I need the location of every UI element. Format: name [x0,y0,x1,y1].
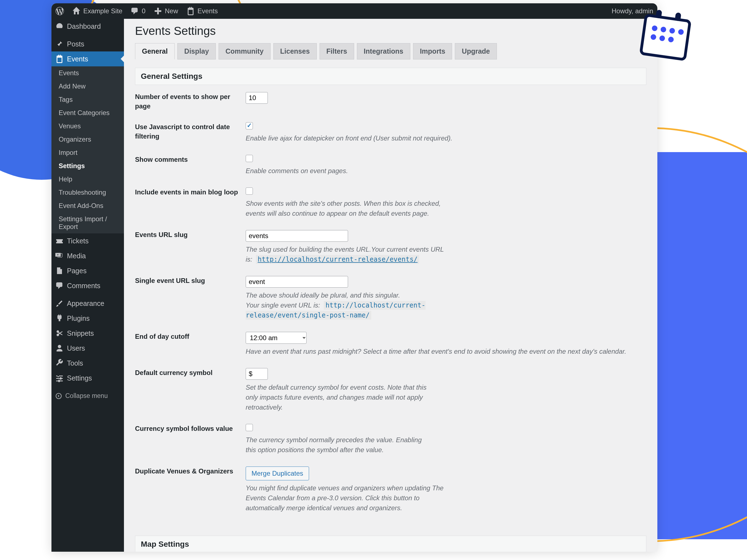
user-icon [55,344,63,352]
wordpress-app: Example Site 0 New Events Howdy, admin D… [51,3,658,552]
sidebar-item-tools[interactable]: Tools [51,356,124,371]
admin-bar: Example Site 0 New Events Howdy, admin [51,3,658,19]
tab-integrations[interactable]: Integrations [357,43,410,59]
submenu-addons[interactable]: Event Add-Ons [51,199,124,212]
sidebar-item-users[interactable]: Users [51,341,124,356]
sidebar-item-pages[interactable]: Pages [51,263,124,278]
desc-currency: Set the default currency symbol for even… [246,382,434,412]
scissors-icon [55,329,63,337]
sidebar-item-dashboard[interactable]: Dashboard [51,19,124,34]
label-blog-loop: Include events in main blog loop [135,187,246,218]
desc-events-slug: The slug used for building the events UR… [246,244,453,264]
desc-js-date: Enable live ajax for datepicker on front… [246,133,453,143]
sidebar-item-comments[interactable]: Comments [51,278,124,293]
submenu-categories[interactable]: Event Categories [51,106,124,119]
submenu-events[interactable]: Events [51,66,124,80]
submenu-import-export[interactable]: Settings Import / Export [51,212,124,233]
desc-comments: Enable comments on event pages. [246,166,453,176]
sliders-icon [55,374,63,382]
collapse-icon [55,393,62,399]
submenu-tags[interactable]: Tags [51,93,124,106]
section-general: General Settings [135,68,646,85]
label-end-of-day: End of day cutoff [135,332,246,356]
label-comments: Show comments [135,155,246,176]
label-duplicates: Duplicate Venues & Organizers [135,466,246,513]
label-events-slug: Events URL slug [135,230,246,264]
submenu-help[interactable]: Help [51,172,124,186]
events-submenu: Events Add New Tags Event Categories Ven… [51,66,124,233]
wp-logo[interactable] [51,3,68,19]
label-per-page: Number of events to show per page [135,92,246,111]
submenu-organizers[interactable]: Organizers [51,133,124,146]
plugin-icon [55,314,63,322]
events-link[interactable]: Events [182,3,222,19]
submenu-settings[interactable]: Settings [51,159,124,172]
tab-imports[interactable]: Imports [413,43,452,59]
tab-filters[interactable]: Filters [319,43,354,59]
page-icon [55,267,63,275]
tab-community[interactable]: Community [218,43,271,59]
calendar-icon [186,7,195,15]
submenu-troubleshooting[interactable]: Troubleshooting [51,186,124,199]
brush-icon [55,299,63,308]
sidebar-item-settings[interactable]: Settings [51,371,124,385]
section-map: Map Settings [135,536,646,552]
main-content: Events Settings General Display Communit… [124,19,658,552]
sidebar-item-events[interactable]: Events [51,51,124,66]
merge-duplicates-button[interactable]: Merge Duplicates [246,466,309,480]
input-single-slug[interactable] [246,276,348,288]
sidebar-item-appearance[interactable]: Appearance [51,296,124,311]
input-per-page[interactable] [246,92,268,104]
input-events-slug[interactable] [246,230,348,242]
tab-general[interactable]: General [135,43,175,59]
collapse-menu[interactable]: Collapse menu [51,388,124,403]
plus-icon [154,7,162,15]
select-end-of-day[interactable]: 12:00 am [246,332,307,344]
desc-blog-loop: Show events with the site's other posts.… [246,198,453,218]
sidebar-item-media[interactable]: Media [51,248,124,263]
new-content[interactable]: New [150,3,182,19]
submenu-import[interactable]: Import [51,146,124,159]
checkbox-js-date[interactable] [246,122,253,129]
desc-duplicates: You might find duplicate venues and orga… [246,483,445,513]
checkbox-comments[interactable] [246,155,253,162]
sidebar-item-plugins[interactable]: Plugins [51,311,124,326]
media-icon [55,252,63,260]
pin-icon [55,40,63,48]
calendar-icon [55,55,63,63]
page-title: Events Settings [135,24,646,37]
label-currency-follows: Currency symbol follows value [135,424,246,455]
sidebar-item-posts[interactable]: Posts [51,36,124,51]
label-js-date: Use Javascript to control date filtering [135,122,246,143]
admin-sidebar: Dashboard Posts Events Events Add New Ta… [51,19,124,552]
label-currency: Default currency symbol [135,368,246,412]
submenu-venues[interactable]: Venues [51,119,124,133]
comments-count[interactable]: 0 [126,3,149,19]
events-url-link[interactable]: http://localhost/current-release/events/ [256,255,419,264]
tab-upgrade[interactable]: Upgrade [455,43,497,59]
comment-icon [55,282,63,290]
sidebar-item-snippets[interactable]: Snippets [51,326,124,341]
calendar-brand-icon [642,17,694,66]
desc-end-of-day: Have an event that runs past midnight? S… [246,347,646,356]
home-icon [72,7,80,15]
ticket-icon [55,237,63,245]
wrench-icon [55,359,63,367]
wordpress-icon [56,7,64,15]
desc-currency-follows: The currency symbol normally precedes th… [246,435,426,455]
checkbox-currency-follows[interactable] [246,424,253,431]
sidebar-item-tickets[interactable]: Tickets [51,233,124,248]
comment-icon [131,7,139,15]
checkbox-blog-loop[interactable] [246,187,253,195]
tab-licenses[interactable]: Licenses [273,43,317,59]
submenu-add-new[interactable]: Add New [51,80,124,93]
tab-display[interactable]: Display [177,43,216,59]
label-single-slug: Single event URL slug [135,276,246,320]
dashboard-icon [55,22,63,30]
desc-single-slug: The above should ideally be plural, and … [246,290,453,320]
site-name[interactable]: Example Site [68,3,126,19]
input-currency[interactable] [246,368,268,380]
settings-tabs: General Display Community Licenses Filte… [135,43,646,59]
